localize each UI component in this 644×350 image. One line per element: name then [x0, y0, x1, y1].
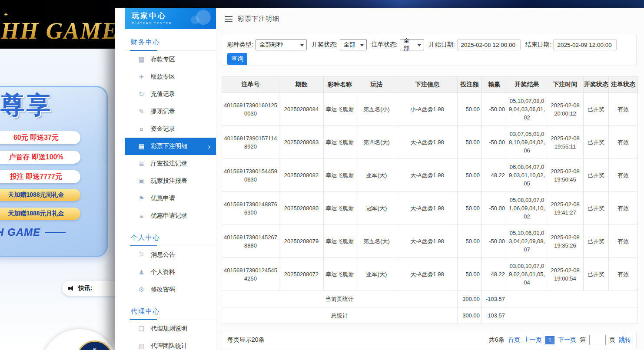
draw-status-group: 开奖状态: 全部: [312, 39, 367, 50]
bet-status-value: 全部: [404, 37, 414, 53]
lottery-type-group: 彩种类型: 全部彩种: [227, 39, 307, 50]
sidebar-item-label: 代理规则说明: [151, 325, 187, 333]
column-header: 注单状态: [609, 77, 638, 93]
news-ticker: 快讯:: [62, 281, 123, 296]
draw-status-select[interactable]: 全部: [340, 39, 367, 50]
table-cell: 401569173901571148920: [222, 126, 279, 159]
bet-list-icon: ▦: [138, 142, 145, 150]
table-cell: 2025-02-08 19:55:11: [547, 126, 584, 159]
table-row: 40156917390145267888020250208079幸运飞艇新第五名…: [222, 225, 638, 258]
user-icon: ♟: [138, 268, 145, 276]
pager: 共6条 首页 上一页 1 下一页 第 页 跳转: [489, 335, 631, 345]
promo-pill: 户首存 即送100%: [0, 151, 80, 164]
jump-label-post: 页: [609, 336, 615, 344]
first-page-link[interactable]: 首页: [508, 336, 520, 344]
summary-empty: [507, 307, 638, 324]
start-date-input[interactable]: [457, 39, 521, 50]
page-jump-input[interactable]: [589, 335, 606, 345]
sidebar-item-withdraw-records[interactable]: ✎提现记录: [125, 103, 216, 120]
sidebar-section-title: 财务中心: [125, 36, 216, 51]
sidebar-item-label: 厅室投注记录: [151, 160, 187, 168]
table-cell: 有效: [609, 192, 638, 225]
sidebar-item-label: 个人资料: [151, 268, 175, 276]
table-cell: 401569173901544590630: [222, 159, 279, 192]
table-cell: 大-A盘@1.98: [397, 192, 458, 225]
chevron-down-icon: [360, 44, 364, 48]
table-cell: 50.00: [458, 93, 482, 126]
sidebar-item-hall-bet-records[interactable]: ≣厅室投注记录: [125, 155, 216, 172]
table-cell: 第五名(小): [356, 93, 397, 126]
sidebar-subtitle: PLAYERS CENTER: [132, 21, 216, 25]
sidebar-item-agent-rules[interactable]: ❏代理规则说明: [125, 320, 216, 337]
chevron-right-icon: ›: [208, 143, 210, 150]
sidebar-item-label: 玩家投注报表: [151, 177, 187, 185]
next-page-link[interactable]: 下一页: [558, 336, 576, 344]
page-size-text: 每页显示20条: [227, 336, 265, 344]
summary-winloss-total: -103.57: [482, 307, 507, 324]
end-date-group: 结束日期:: [525, 39, 617, 50]
grid-icon: ▥: [138, 342, 145, 350]
sidebar-item-label: 存款专区: [151, 56, 175, 63]
promo-pill: 投注 即送7777元: [0, 170, 80, 183]
recharge-icon: ↻: [138, 90, 145, 98]
search-button[interactable]: 查询: [227, 53, 247, 65]
summary-bet-total: 300.00: [458, 307, 482, 324]
table-cell: 20250208082: [279, 159, 324, 192]
sidebar-item-profile[interactable]: ♟个人资料: [125, 264, 216, 281]
table-cell: 05,08,03,07,01,06,09,04,10,02: [507, 192, 547, 225]
table-row: 40156917390160125003020250208084幸运飞艇新第五名…: [222, 93, 638, 126]
sidebar-item-label: 彩票下注明细: [151, 142, 187, 150]
sidebar-item-promo-apply-records[interactable]: ≡优惠申请记录: [125, 207, 216, 225]
promo-banner: 尊享 60元 即送37元 户首存 即送100% 投注 即送7777元 天加赠10…: [0, 86, 108, 257]
current-page[interactable]: 1: [545, 336, 554, 344]
table-cell: 401569173901488766300: [222, 192, 279, 225]
sidebar-title: 玩家中心: [132, 11, 216, 21]
table-cell: 幸运飞艇新: [324, 159, 356, 192]
table-cell: 2025-02-08 19:00:54: [547, 258, 584, 291]
end-date-input[interactable]: [553, 39, 617, 50]
sidebar-item-messages[interactable]: ⚐消息公告: [125, 246, 216, 264]
table-cell: 06,08,04,07,09,03,01,10,02,05: [507, 159, 547, 192]
sidebar-item-label: 修改密码: [151, 286, 175, 294]
sidebar-item-label: 提现记录: [151, 108, 175, 116]
sidebar-item-lottery-bet-details[interactable]: ▦彩票下注明细›: [125, 138, 216, 155]
jump-button[interactable]: 跳转: [619, 336, 631, 344]
banner-brand: H GAME: [0, 226, 66, 238]
sidebar-item-label: 优惠申请记录: [151, 212, 187, 220]
site-logo: HH GAME: [1, 17, 119, 44]
menu-icon[interactable]: [225, 16, 232, 22]
table-cell: 已开奖: [584, 258, 609, 291]
chevron-down-icon: [418, 44, 421, 48]
news-label: 快讯:: [78, 284, 93, 292]
draw-status-value: 全部: [344, 41, 355, 49]
summary-winloss-total: -103.57: [482, 291, 507, 307]
table-cell: 2025-02-08 19:50:45: [547, 159, 584, 192]
table-cell: -50.00: [482, 126, 507, 159]
sidebar-item-deposit-zone[interactable]: ▤存款专区: [125, 51, 216, 68]
sidebar-item-fund-records[interactable]: ¤资金记录: [125, 120, 216, 138]
sidebar: 玩家中心 PLAYERS CENTER 财务中心▤存款专区✈取款专区↻充值记录✎…: [125, 8, 216, 350]
summary-empty: [507, 291, 638, 307]
table-cell: 2025-02-08 19:35:26: [547, 225, 584, 258]
sidebar-item-withdraw-zone[interactable]: ✈取款专区: [125, 68, 216, 86]
hall-list-icon: ≣: [138, 160, 145, 168]
sidebar-item-change-password[interactable]: ⚙修改密码: [125, 281, 216, 298]
column-header: 开奖结果: [507, 77, 547, 93]
table-row: 40156917390148876630020250208080幸运飞艇新冠军(…: [222, 192, 638, 225]
summary-label: 总统计: [222, 307, 458, 324]
table-cell: 50.00: [458, 159, 482, 192]
total-count: 共6条: [489, 336, 505, 344]
table-header-row: 注单号期数彩种名称玩法下注信息投注额输赢开奖结果下注时间开奖状态注单状态: [222, 77, 638, 93]
lines-icon: ≡: [138, 212, 145, 220]
sidebar-item-recharge-records[interactable]: ↻充值记录: [125, 86, 216, 103]
sidebar-item-player-bet-report[interactable]: ▣玩家投注报表: [125, 172, 216, 190]
table-cell: 48.22: [482, 258, 507, 291]
lottery-type-select[interactable]: 全部彩种: [256, 39, 307, 50]
bet-status-select[interactable]: 全部: [400, 39, 424, 50]
bets-table: 注单号期数彩种名称玩法下注信息投注额输赢开奖结果下注时间开奖状态注单状态 401…: [222, 76, 638, 324]
table-cell: 第五名(大): [356, 225, 397, 258]
sidebar-item-label: 代理团队统计: [151, 342, 187, 350]
prev-page-link[interactable]: 上一页: [524, 336, 542, 344]
sidebar-item-promo-apply[interactable]: ⚑优惠申请: [125, 190, 216, 207]
sidebar-item-agent-team-stats[interactable]: ▥代理团队统计: [125, 337, 216, 350]
